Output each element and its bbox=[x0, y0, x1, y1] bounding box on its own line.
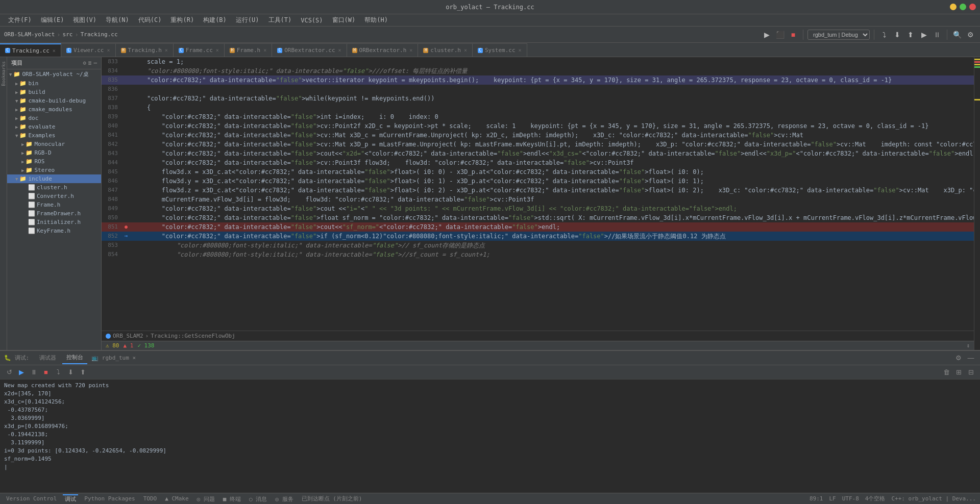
tree-arrow: ▶ bbox=[15, 116, 18, 121]
current-line-arrow: → bbox=[125, 232, 128, 241]
tab-ORBextractorh[interactable]: H ORBextractor.h × bbox=[347, 43, 419, 57]
bottom-tab-[interactable]: ○ 消息 bbox=[247, 494, 269, 503]
panel-close-btn[interactable]: — bbox=[966, 353, 976, 363]
bookmarks-label[interactable]: Bookmarks bbox=[0, 59, 8, 88]
tab-close-btn[interactable]: × bbox=[409, 47, 412, 53]
tree-item-doc[interactable]: ▶ 📁 doc bbox=[7, 114, 101, 122]
stop-button[interactable]: ■ bbox=[788, 29, 799, 40]
tree-item-Monocular[interactable]: ▶ 📁 Monocular bbox=[7, 140, 101, 148]
menu-item-H[interactable]: 帮助(H) bbox=[360, 15, 392, 26]
tab-close-btn[interactable]: × bbox=[165, 47, 168, 53]
console-line-0: New map created with 720 points bbox=[4, 382, 976, 390]
menu-item-T[interactable]: 工具(T) bbox=[264, 15, 296, 26]
tree-item-KeyFrameh[interactable]: ⬜ KeyFrame.h bbox=[7, 226, 101, 235]
menu-item-V[interactable]: 视图(V) bbox=[69, 15, 101, 26]
tab-close-btn[interactable]: × bbox=[519, 47, 522, 53]
settings-button[interactable]: ⚙ bbox=[965, 29, 976, 40]
debug-tab-label: 🐛 调试: bbox=[4, 354, 29, 362]
tree-item-Converterh[interactable]: ⬜ Converter.h bbox=[7, 192, 101, 200]
step-out-button[interactable]: ⬆ bbox=[905, 29, 916, 40]
console-line-1: x2d=[345, 170] bbox=[4, 390, 976, 398]
console-tab[interactable]: 控制台 bbox=[62, 351, 87, 364]
debugger-tab[interactable]: 调试器 bbox=[35, 352, 60, 364]
tree-item-build[interactable]: ▶ 📁 build bbox=[7, 88, 101, 96]
close-button[interactable] bbox=[969, 4, 976, 10]
menu-item-R[interactable]: 重构(R) bbox=[166, 15, 198, 26]
tree-item-FrameDrawerh[interactable]: ⬜ FrameDrawer.h bbox=[7, 209, 101, 218]
resume-button[interactable]: ▶ bbox=[918, 29, 929, 40]
search-button[interactable]: 🔍 bbox=[951, 29, 963, 40]
debug-resume-btn[interactable]: ▶ bbox=[16, 367, 27, 377]
tree-item-evaluate[interactable]: ▶ 📁 evaluate bbox=[7, 122, 101, 131]
debug-step-over-btn[interactable]: ⤵ bbox=[53, 367, 63, 377]
bottom-tab-CMake[interactable]: ▲ CMake bbox=[163, 494, 190, 503]
maximize-button[interactable] bbox=[960, 4, 966, 10]
tree-item-cmakebuilddebug[interactable]: ▼ 📁 cmake-build-debug bbox=[7, 96, 101, 105]
tab-Trackingh[interactable]: H Tracking.h × bbox=[116, 43, 174, 57]
bottom-tab-[interactable]: 调试 bbox=[63, 494, 78, 503]
tree-item-RGBD[interactable]: ▶ 📁 RGB-D bbox=[7, 148, 101, 157]
minimize-button[interactable] bbox=[950, 4, 957, 10]
bottom-tab-TODO[interactable]: TODO bbox=[141, 494, 159, 503]
debug-step-out-btn[interactable]: ⬆ bbox=[78, 367, 88, 377]
tab-clusterh[interactable]: H cluster.h × bbox=[418, 43, 473, 57]
tab-close-btn[interactable]: × bbox=[53, 48, 56, 54]
tab-Viewercc[interactable]: C Viewer.cc × bbox=[61, 43, 116, 57]
tree-item-include[interactable]: ▼ 📁 include bbox=[7, 174, 101, 183]
tree-item-clusterh[interactable]: ⬜ cluster.h bbox=[7, 183, 101, 192]
debug-stop-btn[interactable]: ■ bbox=[41, 367, 51, 377]
tab-ORBextractorcc[interactable]: C ORBextractor.cc × bbox=[272, 43, 347, 57]
tab-Frameh[interactable]: H Frame.h × bbox=[225, 43, 272, 57]
tab-close-btn[interactable]: × bbox=[216, 47, 219, 53]
tree-item-bin[interactable]: ▶ 📁 bin bbox=[7, 79, 101, 88]
bottom-tab-[interactable]: ◎ 问题 bbox=[195, 494, 217, 503]
line-gutter-851: ● bbox=[122, 222, 130, 232]
sidebar-settings-icon[interactable]: ⚙ bbox=[83, 60, 86, 66]
tab-close-btn[interactable]: × bbox=[107, 47, 110, 53]
tab-close-btn[interactable]: × bbox=[263, 47, 266, 53]
bottom-tab-VersionControl[interactable]: Version Control bbox=[4, 494, 59, 503]
tree-item-Examples[interactable]: ▼ 📁 Examples bbox=[7, 131, 101, 140]
code-editor[interactable]: 833 scale = 1;834 "color:#808080;font-st… bbox=[102, 57, 974, 331]
tab-Trackingcc[interactable]: C Tracking.cc × bbox=[0, 43, 61, 57]
folder-icon: 📁 bbox=[19, 115, 27, 121]
step-into-button[interactable]: ⬇ bbox=[892, 29, 903, 40]
tab-Systemcc[interactable]: C System.cc × bbox=[473, 43, 527, 57]
tab-close-btn[interactable]: × bbox=[464, 47, 467, 53]
debug-config-dropdown[interactable]: rgbd_tum | Debug bbox=[807, 30, 870, 40]
debug-restart-btn[interactable]: ↺ bbox=[4, 367, 14, 377]
bottom-tab-PythonPackages[interactable]: Python Packages bbox=[82, 494, 137, 503]
console-split-btn[interactable]: ⊟ bbox=[966, 367, 976, 377]
tree-item-Frameh[interactable]: ⬜ Frame.h bbox=[7, 200, 101, 209]
menu-item-N[interactable]: 导航(N) bbox=[102, 15, 133, 26]
sidebar-sort-icon[interactable]: ≡ bbox=[88, 60, 92, 66]
panel-settings-btn[interactable]: ⚙ bbox=[953, 353, 964, 363]
run-button[interactable]: ▶ bbox=[761, 29, 772, 40]
menu-item-W[interactable]: 窗口(W) bbox=[328, 15, 360, 26]
tree-item-ORBSLAMyolact[interactable]: ▼ 📁 ORB-SLAM-yolact ~/桌 bbox=[7, 69, 101, 79]
tree-item-Initializerh[interactable]: ⬜ Initializer.h bbox=[7, 218, 101, 226]
step-over-button[interactable]: ⤵ bbox=[878, 29, 890, 40]
pause-button[interactable]: ⏸ bbox=[932, 29, 943, 40]
tree-item-ROS[interactable]: ▶ 📁 ROS bbox=[7, 157, 101, 166]
console-layout-btn[interactable]: ⊞ bbox=[953, 367, 964, 377]
menu-item-B[interactable]: 构建(B) bbox=[199, 15, 231, 26]
tree-item-Stereo[interactable]: ▶ 📁 Stereo bbox=[7, 166, 101, 174]
menu-item-U[interactable]: 运行(U) bbox=[232, 15, 263, 26]
tab-close-btn[interactable]: × bbox=[338, 47, 341, 53]
menu-item-VCSS[interactable]: VCS(S) bbox=[297, 16, 327, 25]
menu-item-E[interactable]: 编辑(E) bbox=[37, 15, 68, 26]
debug-button[interactable]: ⬛ bbox=[774, 29, 786, 40]
debug-step-into-btn[interactable]: ⬇ bbox=[65, 367, 76, 377]
tab-Framecc[interactable]: C Frame.cc × bbox=[174, 43, 225, 57]
line-number-848: 848 bbox=[102, 195, 122, 204]
menu-item-F[interactable]: 文件(F) bbox=[4, 15, 36, 26]
tree-item-cmakemodules[interactable]: ▶ 📁 cmake_modules bbox=[7, 105, 101, 114]
debug-pause-btn[interactable]: ⏸ bbox=[29, 367, 39, 377]
menu-item-C[interactable]: 代码(C) bbox=[134, 15, 166, 26]
bottom-tab-[interactable]: ◎ 服务 bbox=[273, 494, 295, 503]
console-clear-btn[interactable]: 🗑 bbox=[941, 367, 951, 377]
sidebar-hide-icon[interactable]: — bbox=[93, 60, 97, 66]
bottom-tab-[interactable]: ■ 终端 bbox=[221, 494, 243, 503]
tree-arrow: ▶ bbox=[21, 168, 24, 173]
